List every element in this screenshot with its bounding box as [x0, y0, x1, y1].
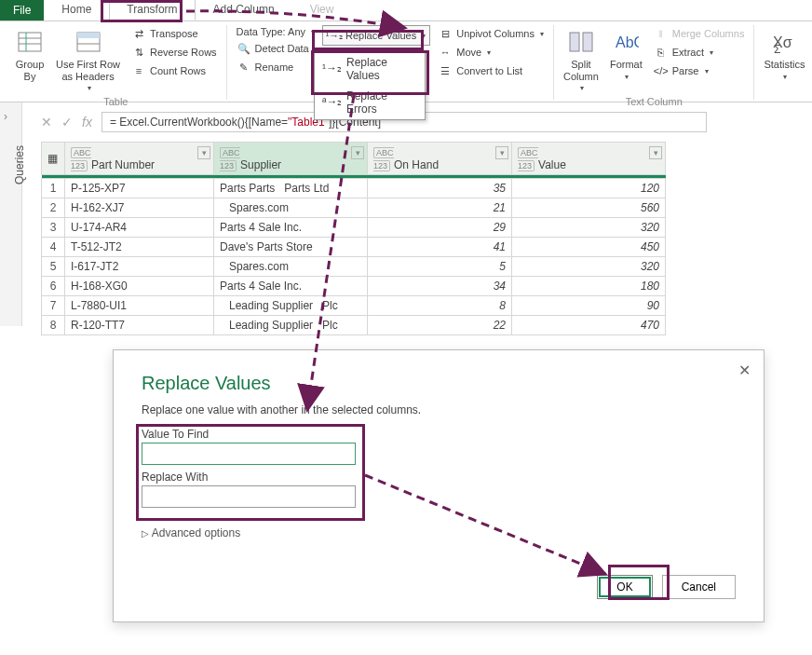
cell-part[interactable]: T-512-JT2 [65, 238, 214, 257]
table-row[interactable]: 3U-174-AR4Parts 4 Sale Inc.29320 [42, 218, 666, 238]
cell-supplier[interactable]: Dave's Parts Store [214, 238, 368, 257]
table-row[interactable]: 5I-617-JT2 Spares.com5320 [42, 257, 666, 277]
replacevalues-button[interactable]: ¹→₂Replace Values▾ [322, 25, 430, 46]
fx-cancel-icon[interactable]: ✕ [41, 115, 52, 130]
advanced-options[interactable]: Advanced options [142, 526, 736, 539]
table-row[interactable]: 2H-162-XJ7 Spares.com21560 [42, 198, 666, 218]
cell-supplier[interactable]: Parts 4 Sale Inc. [214, 218, 368, 238]
row-header[interactable]: 2 [42, 198, 65, 218]
move-button[interactable]: ↔Move▾ [434, 44, 548, 61]
format-button[interactable]: AbC Format▾ [606, 25, 646, 83]
cell-supplier[interactable]: Parts 4 Sale Inc. [214, 277, 368, 296]
rename-button[interactable]: ✎Rename [233, 59, 318, 75]
cell-part[interactable]: U-174-AR4 [65, 218, 214, 238]
cell-part[interactable]: R-120-TT7 [65, 316, 214, 335]
datatype-button[interactable]: Data Type: Any▾ [233, 25, 318, 38]
close-icon[interactable]: ✕ [738, 362, 751, 379]
col-onhand[interactable]: ABC123On Hand▾ [368, 143, 512, 175]
detectdata-button[interactable]: 🔍Detect Data [233, 40, 318, 57]
tab-file[interactable]: File [0, 0, 44, 20]
format-icon: AbC [611, 27, 641, 57]
queries-pane[interactable]: › Queries [0, 102, 22, 326]
cell-onhand[interactable]: 22 [368, 316, 512, 335]
filter-icon[interactable]: ▾ [649, 146, 662, 159]
input-valuetofind[interactable] [142, 443, 356, 465]
row-header[interactable]: 5 [42, 257, 65, 277]
usefirstrow-button[interactable]: Use First Row as Headers▾ [52, 25, 124, 94]
filter-icon[interactable]: ▾ [197, 146, 210, 159]
stats-icon: XσΣ [769, 27, 799, 57]
ok-button[interactable]: OK [597, 575, 652, 599]
table-row[interactable]: 8R-120-TT7 Leading Supplier Plc22470 [42, 316, 666, 335]
move-icon: ↔ [438, 45, 453, 60]
tab-view[interactable]: View [292, 0, 352, 20]
reverserows-button[interactable]: ⇅Reverse Rows [128, 44, 221, 61]
table-row[interactable]: 7L-7880-UI1 Leading Supplier Plc890 [42, 296, 666, 316]
svg-text:AbC: AbC [616, 34, 639, 50]
cancel-button[interactable]: Cancel [662, 575, 736, 599]
row-header[interactable]: 1 [42, 179, 65, 198]
cell-value[interactable]: 180 [512, 277, 666, 296]
transpose-button[interactable]: ⇄Transpose [128, 25, 221, 42]
table-row[interactable]: 6H-168-XG0Parts 4 Sale Inc.34180 [42, 277, 666, 296]
fx-commit-icon[interactable]: ✓ [61, 115, 73, 130]
replace-icon: ¹→₂ [322, 61, 341, 76]
cell-onhand[interactable]: 41 [368, 238, 512, 257]
input-replacewith[interactable] [142, 485, 356, 508]
cell-value[interactable]: 320 [512, 257, 666, 277]
cell-supplier[interactable]: Spares.com [214, 198, 368, 218]
cell-onhand[interactable]: 21 [368, 198, 512, 218]
tab-addcolumn[interactable]: Add Column [196, 0, 292, 20]
cell-onhand[interactable]: 29 [368, 218, 512, 238]
table-row[interactable]: 4T-512-JT2Dave's Parts Store41450 [42, 238, 666, 257]
row-header[interactable]: 8 [42, 316, 65, 335]
expand-icon[interactable]: › [4, 110, 7, 123]
cell-supplier[interactable]: Spares.com [214, 257, 368, 277]
cell-part[interactable]: H-162-XJ7 [65, 198, 214, 218]
cell-value[interactable]: 120 [512, 179, 666, 198]
cell-value[interactable]: 90 [512, 296, 666, 316]
parse-button[interactable]: </>Parse▾ [650, 62, 749, 79]
cell-onhand[interactable]: 35 [368, 179, 512, 198]
countrows-button[interactable]: ≡Count Rows [128, 62, 221, 79]
cell-part[interactable]: L-7880-UI1 [65, 296, 214, 316]
cell-part[interactable]: H-168-XG0 [65, 277, 214, 296]
cell-value[interactable]: 560 [512, 198, 666, 218]
cell-value[interactable]: 450 [512, 238, 666, 257]
select-all-cell[interactable]: ▦ [42, 143, 65, 175]
cell-onhand[interactable]: 8 [368, 296, 512, 316]
splitcolumn-button[interactable]: Split Column▾ [560, 25, 602, 94]
cell-supplier[interactable]: Leading Supplier Plc [214, 316, 368, 335]
cell-value[interactable]: 320 [512, 218, 666, 238]
fx-icon[interactable]: fx [82, 115, 92, 130]
tab-transform[interactable]: Transform [109, 0, 195, 20]
statistics-button[interactable]: XσΣ Statistics▾ [760, 25, 808, 83]
groupby-button[interactable]: Group By [11, 25, 48, 84]
extract-button[interactable]: ⎘Extract▾ [650, 44, 749, 61]
count-icon: ≡ [131, 63, 146, 78]
cell-value[interactable]: 470 [512, 316, 666, 335]
col-supplier[interactable]: ABC123Supplier▾ [214, 143, 368, 175]
tolist-button[interactable]: ☰Convert to List [434, 62, 548, 79]
merge-button[interactable]: ⫴Merge Columns [650, 25, 749, 42]
filter-icon[interactable]: ▾ [351, 146, 364, 159]
row-header[interactable]: 3 [42, 218, 65, 238]
cell-supplier[interactable]: Leading Supplier Plc [214, 296, 368, 316]
dropdown-replaceerrors[interactable]: ª→₂Replace Errors [315, 86, 425, 119]
table-row[interactable]: 1P-125-XP7Parts Parts Parts Ltd35120 [42, 179, 666, 198]
tab-home[interactable]: Home [44, 0, 109, 20]
cell-part[interactable]: P-125-XP7 [65, 179, 214, 198]
col-value[interactable]: ABC123Value▾ [512, 143, 666, 175]
cell-onhand[interactable]: 34 [368, 277, 512, 296]
filter-icon[interactable]: ▾ [495, 146, 508, 159]
cell-onhand[interactable]: 5 [368, 257, 512, 277]
cell-supplier[interactable]: Parts Parts Parts Ltd [214, 179, 368, 198]
row-header[interactable]: 4 [42, 238, 65, 257]
dropdown-replacevalues[interactable]: ¹→₂Replace Values [315, 52, 425, 86]
label-valuetofind: Value To Find [142, 428, 736, 441]
cell-part[interactable]: I-617-JT2 [65, 257, 214, 277]
unpivot-button[interactable]: ⊟Unpivot Columns▾ [434, 25, 548, 42]
col-part[interactable]: ABC123Part Number▾ [65, 143, 214, 175]
row-header[interactable]: 6 [42, 277, 65, 296]
row-header[interactable]: 7 [42, 296, 65, 316]
